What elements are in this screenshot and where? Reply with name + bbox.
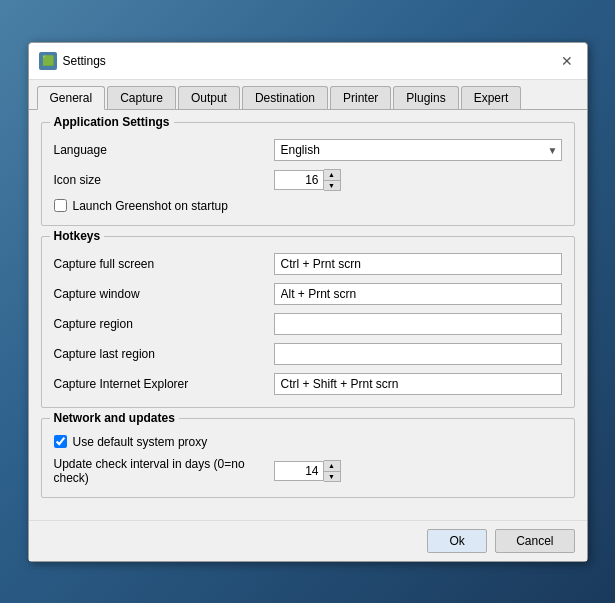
tab-destination[interactable]: Destination [242, 86, 328, 109]
tab-plugins[interactable]: Plugins [393, 86, 458, 109]
hotkey-row-1: Capture window [54, 283, 562, 305]
application-settings-section: Application Settings Language English Fr… [41, 122, 575, 226]
hotkey-control-4 [274, 373, 562, 395]
hotkey-row-2: Capture region [54, 313, 562, 335]
hotkey-control-1 [274, 283, 562, 305]
language-dropdown-wrap: English French German Spanish ▼ [274, 139, 562, 161]
icon-size-control: ▲ ▼ [274, 169, 562, 191]
tab-content: Application Settings Language English Fr… [29, 110, 587, 520]
settings-dialog: 🟩 Settings ✕ General Capture Output Dest… [28, 42, 588, 562]
dialog-footer: Ok Cancel [29, 520, 587, 561]
language-label: Language [54, 143, 274, 157]
hotkey-input-1[interactable] [274, 283, 562, 305]
update-interval-control: ▲ ▼ [274, 460, 562, 482]
tab-output[interactable]: Output [178, 86, 240, 109]
tab-printer[interactable]: Printer [330, 86, 391, 109]
icon-size-label: Icon size [54, 173, 274, 187]
proxy-label: Use default system proxy [73, 435, 208, 449]
hotkey-input-0[interactable] [274, 253, 562, 275]
network-label: Network and updates [50, 411, 179, 425]
tab-capture[interactable]: Capture [107, 86, 176, 109]
title-bar: 🟩 Settings ✕ [29, 43, 587, 80]
icon-size-up-button[interactable]: ▲ [324, 170, 340, 180]
launch-label: Launch Greenshot on startup [73, 199, 228, 213]
tab-general[interactable]: General [37, 86, 106, 110]
hotkey-label-3: Capture last region [54, 347, 274, 361]
close-button[interactable]: ✕ [557, 51, 577, 71]
language-control: English French German Spanish ▼ [274, 139, 562, 161]
language-dropdown[interactable]: English French German Spanish [274, 139, 562, 161]
icon-size-down-button[interactable]: ▼ [324, 180, 340, 190]
ok-button[interactable]: Ok [427, 529, 487, 553]
tab-expert[interactable]: Expert [461, 86, 522, 109]
icon-size-spinner-buttons: ▲ ▼ [324, 169, 341, 191]
title-bar-left: 🟩 Settings [39, 52, 106, 70]
icon-size-spinner: ▲ ▼ [274, 169, 341, 191]
hotkey-row-4: Capture Internet Explorer [54, 373, 562, 395]
update-interval-input[interactable] [274, 461, 324, 481]
launch-row: Launch Greenshot on startup [54, 199, 562, 213]
hotkey-input-2[interactable] [274, 313, 562, 335]
hotkey-input-4[interactable] [274, 373, 562, 395]
app-settings-label: Application Settings [50, 115, 174, 129]
update-interval-spinner-buttons: ▲ ▼ [324, 460, 341, 482]
tabs-bar: General Capture Output Destination Print… [29, 80, 587, 110]
language-row: Language English French German Spanish ▼ [54, 139, 562, 161]
proxy-checkbox[interactable] [54, 435, 67, 448]
hotkeys-section: Hotkeys Capture full screen Capture wind… [41, 236, 575, 408]
update-interval-label: Update check interval in days (0=no chec… [54, 457, 274, 485]
hotkey-control-2 [274, 313, 562, 335]
update-interval-down-button[interactable]: ▼ [324, 471, 340, 481]
cancel-button[interactable]: Cancel [495, 529, 574, 553]
icon-size-input[interactable] [274, 170, 324, 190]
hotkey-label-2: Capture region [54, 317, 274, 331]
app-icon: 🟩 [39, 52, 57, 70]
update-interval-row: Update check interval in days (0=no chec… [54, 457, 562, 485]
hotkey-input-3[interactable] [274, 343, 562, 365]
hotkey-label-4: Capture Internet Explorer [54, 377, 274, 391]
update-interval-spinner: ▲ ▼ [274, 460, 341, 482]
hotkey-control-0 [274, 253, 562, 275]
hotkey-row-0: Capture full screen [54, 253, 562, 275]
network-section: Network and updates Use default system p… [41, 418, 575, 498]
hotkeys-label: Hotkeys [50, 229, 105, 243]
proxy-row: Use default system proxy [54, 435, 562, 449]
dialog-title: Settings [63, 54, 106, 68]
hotkey-label-1: Capture window [54, 287, 274, 301]
launch-checkbox[interactable] [54, 199, 67, 212]
hotkey-row-3: Capture last region [54, 343, 562, 365]
hotkey-control-3 [274, 343, 562, 365]
hotkey-label-0: Capture full screen [54, 257, 274, 271]
icon-size-row: Icon size ▲ ▼ [54, 169, 562, 191]
update-interval-up-button[interactable]: ▲ [324, 461, 340, 471]
